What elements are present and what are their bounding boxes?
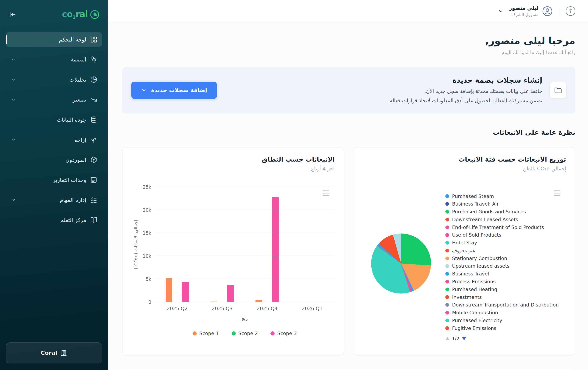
pie-card-subtitle: إجمالي CO₂e بالطن — [363, 166, 566, 172]
legend-label: Stationary Combustion — [452, 255, 507, 261]
y-axis-tick: 25k — [143, 184, 151, 190]
bar-scope-3 — [272, 197, 279, 302]
legend-item[interactable]: Purchased Heating — [445, 285, 568, 293]
legend-item[interactable]: Mobile Combustion — [445, 309, 568, 317]
legend-label: Purchased Steam — [452, 193, 494, 199]
legend-label: Mobile Combustion — [452, 310, 498, 316]
legend-label: Downstream Transportation and Distributi… — [452, 302, 559, 308]
sidebar-item-analytics[interactable]: تحليلات — [6, 72, 102, 87]
bar-xticks: 2025 Q22025 Q32025 Q42026 Q1 — [155, 306, 335, 311]
sidebar-item-reduce[interactable]: تصغير — [6, 92, 102, 107]
legend-item[interactable]: Purchased Electricity — [445, 317, 568, 324]
legend-dot — [271, 331, 274, 336]
sidebar-item-suppliers[interactable]: الموردون — [6, 152, 102, 167]
sidebar: co2ral لوحة التحكمالبصمةتحليلاتتصغيرجودة… — [0, 0, 108, 370]
legend-item[interactable]: Downstream Leased Assets — [445, 216, 568, 223]
create-records-banner: إنشاء سجلات بصمة جديدة حافظ على بيانات ب… — [122, 67, 575, 114]
legend-item[interactable]: Process Emissions — [445, 278, 568, 285]
legend-item[interactable]: غير معروف — [445, 247, 568, 254]
gridline — [155, 187, 335, 187]
bar-scope-1 — [166, 278, 172, 302]
sidebar-item-label: البصمة — [71, 56, 86, 63]
legend-dot — [445, 225, 449, 229]
bar-card-subtitle: آخر 4 أرباع — [132, 166, 335, 172]
sidebar-item-label: مركز التعلم — [60, 217, 86, 223]
chevron-down-icon — [10, 77, 16, 83]
legend-label: Investments — [452, 294, 482, 300]
chevron-down-icon — [10, 57, 16, 62]
legend-label: Hotel Stay — [452, 240, 477, 246]
help-icon[interactable]: ؟ — [566, 6, 575, 16]
sidebar-menu: لوحة التحكمالبصمةتحليلاتتصغيرجودة البيان… — [0, 32, 108, 228]
sidebar-item-reporting-units[interactable]: وحدات التقارير — [6, 172, 102, 188]
x-axis-tick: 2026 Q1 — [290, 306, 335, 311]
legend-dot — [445, 264, 449, 268]
user-menu[interactable]: ليلى منصور مسؤول الشركة — [498, 5, 553, 17]
page-subtitle: رائع أنك عدت! إليك ما لدينا لك اليوم — [122, 50, 575, 55]
scope-bar-card: الانبعاثات حسب النطاق آخر 4 أرباع إجمالي… — [122, 147, 344, 355]
legend-page-down-icon[interactable] — [462, 337, 466, 340]
legend-item[interactable]: End-of-Life Treatment of Sold Products — [445, 223, 568, 231]
bar-legend: Scope 1Scope 2Scope 3 — [155, 330, 335, 336]
legend-dot — [445, 272, 449, 276]
legend-item[interactable]: Purchased Steam — [445, 192, 568, 200]
building-icon — [60, 349, 67, 357]
gridline — [155, 279, 335, 279]
legend-page-indicator: 1/2 — [452, 336, 459, 341]
legend-item[interactable]: Upstream leased assets — [445, 262, 568, 270]
legend-label: Scope 3 — [277, 330, 297, 336]
legend-label: غير معروف — [452, 248, 475, 254]
pie-legend: Purchased SteamBusiness Travel: AirPurch… — [445, 192, 568, 332]
legend-dot — [445, 311, 449, 315]
legend-item[interactable]: Stationary Combustion — [445, 254, 568, 262]
chevron-down-icon — [10, 97, 16, 102]
sidebar-item-label: الموردون — [65, 157, 86, 163]
sidebar-item-learning-center[interactable]: مركز التعلم — [6, 212, 102, 228]
legend-item[interactable]: Investments — [445, 293, 568, 301]
legend-item[interactable]: Scope 3 — [271, 330, 297, 336]
bar-plot — [155, 187, 335, 302]
legend-item[interactable]: Scope 2 — [232, 330, 258, 336]
sidebar-item-offset[interactable]: إزاحة — [6, 132, 102, 147]
legend-item[interactable]: Business Travel: Air — [445, 200, 568, 208]
y-axis-tick: 15k — [143, 231, 151, 236]
banner-line-1: حافظ على بيانات بصمتك محدثة بإضافة سجل ج… — [388, 88, 542, 95]
sidebar-footer-org[interactable]: Coral — [6, 342, 102, 363]
logo-text: co2ral — [62, 9, 88, 20]
leaf-logo-icon — [90, 10, 100, 20]
page-title: مرحبا ليلى منصور, — [122, 35, 575, 46]
legend-label: End-of-Life Treatment of Sold Products — [452, 224, 544, 230]
footprints-icon — [90, 56, 97, 63]
sidebar-item-dashboard[interactable]: لوحة التحكم — [6, 32, 102, 47]
legend-item[interactable]: Scope 1 — [193, 330, 219, 336]
bar-scope-3 — [227, 285, 234, 302]
legend-label: Purchased Heating — [452, 286, 497, 292]
sidebar-item-task-management[interactable]: إدارة المهام — [6, 192, 102, 207]
legend-item[interactable]: Purchased Goods and Services — [445, 208, 568, 216]
legend-dot — [445, 194, 449, 198]
legend-item[interactable]: Downstream Transportation and Distributi… — [445, 301, 568, 309]
legend-item[interactable]: Business Travel — [445, 270, 568, 278]
bar-group — [290, 187, 335, 302]
sidebar-item-footprint[interactable]: البصمة — [6, 52, 102, 67]
add-records-button[interactable]: إضافة سجلات جديدة — [131, 82, 217, 99]
bar-scope-3 — [182, 282, 189, 302]
sidebar-item-label: تحليلات — [69, 76, 86, 83]
sidebar-item-label: إدارة المهام — [60, 197, 86, 203]
legend-dot — [445, 280, 449, 284]
sidebar-collapse-icon[interactable] — [8, 10, 16, 19]
banner-icon-box — [550, 82, 566, 98]
legend-dot — [445, 295, 449, 299]
legend-item[interactable]: Use of Sold Products — [445, 231, 568, 239]
legend-label: Use of Sold Products — [452, 232, 502, 238]
legend-page-up-icon[interactable] — [445, 337, 450, 340]
legend-item[interactable]: Hotel Stay — [445, 239, 568, 247]
bar-group — [155, 187, 200, 302]
banner-line-2: تضمن مشاركتك الفعالة الحصول على أدق المع… — [388, 97, 542, 105]
gridline — [155, 256, 335, 256]
legend-item[interactable]: Fugitive Emissions — [445, 324, 568, 332]
legend-dot — [445, 256, 449, 260]
sidebar-item-data-quality[interactable]: جودة البيانات — [6, 112, 102, 127]
bar-card-header: الانبعاثات حسب النطاق آخر 4 أرباع — [132, 156, 335, 172]
legend-dot — [445, 287, 449, 291]
